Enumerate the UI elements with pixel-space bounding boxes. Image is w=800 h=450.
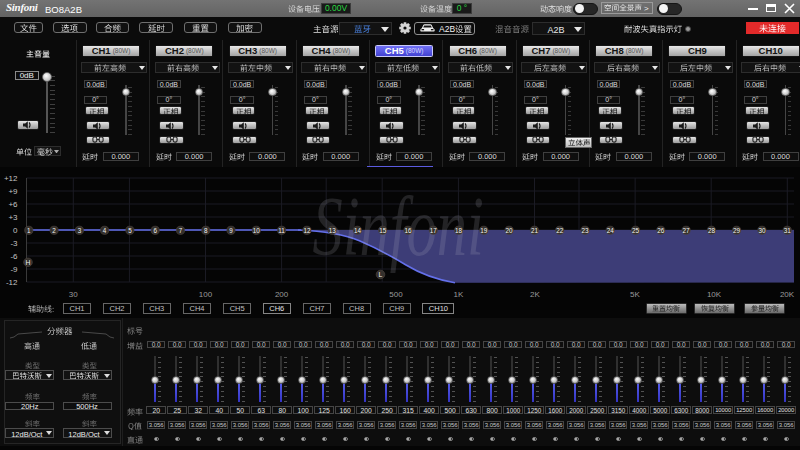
svg-text:2: 2 <box>52 227 56 234</box>
svg-text:7: 7 <box>179 227 183 234</box>
svg-text:12: 12 <box>303 227 311 234</box>
svg-text:16: 16 <box>404 227 412 234</box>
svg-text:+12: +12 <box>4 174 18 183</box>
svg-text:25: 25 <box>632 227 640 234</box>
svg-text:20: 20 <box>506 227 514 234</box>
svg-text:0: 0 <box>13 226 18 235</box>
svg-text:H: H <box>26 259 31 266</box>
svg-text:+6: +6 <box>8 200 18 209</box>
svg-text:1K: 1K <box>454 290 464 299</box>
svg-text:+3: +3 <box>8 213 18 222</box>
svg-text:19: 19 <box>480 227 488 234</box>
svg-text:26: 26 <box>657 227 665 234</box>
svg-text:-6: -6 <box>10 252 18 261</box>
svg-text:22: 22 <box>556 227 564 234</box>
svg-text:+9: +9 <box>8 187 18 196</box>
svg-text:1: 1 <box>27 227 31 234</box>
svg-text:24: 24 <box>607 227 615 234</box>
svg-text:5K: 5K <box>630 290 640 299</box>
svg-text:30: 30 <box>69 290 78 299</box>
svg-text:8: 8 <box>204 227 208 234</box>
svg-text:9: 9 <box>229 227 233 234</box>
svg-text:13: 13 <box>329 227 337 234</box>
svg-text:500: 500 <box>389 290 403 299</box>
svg-text:200: 200 <box>275 290 289 299</box>
svg-text:29: 29 <box>733 227 741 234</box>
svg-text:2K: 2K <box>530 290 540 299</box>
svg-text:3: 3 <box>78 227 82 234</box>
svg-text:10K: 10K <box>707 290 722 299</box>
svg-text:27: 27 <box>683 227 691 234</box>
svg-text:5: 5 <box>128 227 132 234</box>
svg-text:31: 31 <box>784 227 792 234</box>
svg-text:28: 28 <box>708 227 716 234</box>
svg-text:100: 100 <box>199 290 213 299</box>
svg-text:17: 17 <box>430 227 438 234</box>
svg-text:30: 30 <box>758 227 766 234</box>
svg-text:21: 21 <box>531 227 539 234</box>
svg-text:11: 11 <box>278 227 285 234</box>
svg-text:10: 10 <box>253 227 261 234</box>
svg-text:18: 18 <box>455 227 463 234</box>
svg-text:20K: 20K <box>780 290 795 299</box>
svg-text:6: 6 <box>153 227 157 234</box>
svg-text:15: 15 <box>379 227 387 234</box>
svg-text:L: L <box>379 271 383 278</box>
svg-text:23: 23 <box>581 227 589 234</box>
svg-text:4: 4 <box>103 227 107 234</box>
svg-text:-3: -3 <box>10 239 18 248</box>
svg-text:14: 14 <box>354 227 362 234</box>
svg-text:-9: -9 <box>10 265 18 274</box>
svg-text:-12: -12 <box>6 278 18 287</box>
